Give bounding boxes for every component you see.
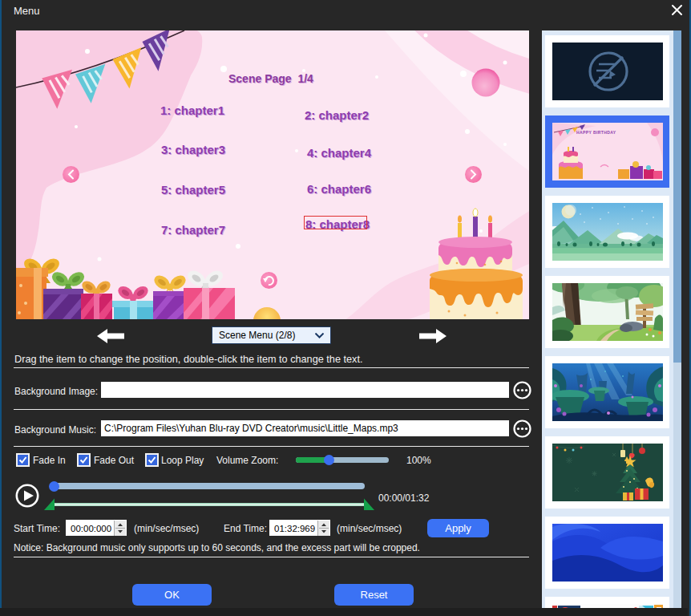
svg-text:HAPPY BIRTHDAY: HAPPY BIRTHDAY [576, 130, 616, 135]
